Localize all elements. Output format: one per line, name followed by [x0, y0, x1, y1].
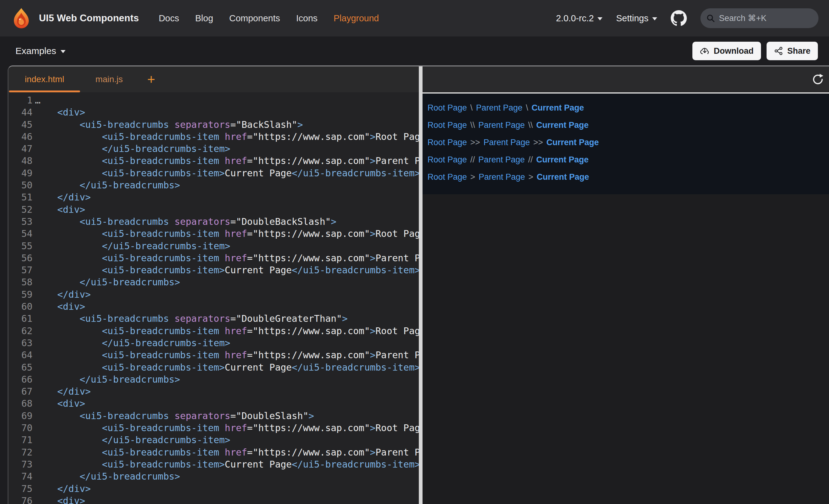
nav-link-components[interactable]: Components: [229, 13, 280, 24]
chevron-down-icon: [652, 17, 657, 21]
share-label: Share: [787, 46, 810, 56]
code-editor-panel: index.html main.js + 1…44 <div>45 <ui5-b…: [8, 66, 419, 504]
add-tab-button[interactable]: +: [141, 66, 161, 92]
tab-index-html[interactable]: index.html: [8, 66, 81, 92]
preview-breadcrumb-rows: Root Page\Parent Page\Current PageRoot P…: [423, 93, 829, 194]
code-line: 73 <ui5-breadcrumbs-item>Current Page</u…: [8, 458, 419, 470]
chevron-down-icon: [61, 50, 66, 53]
version-label: 2.0.0-rc.2: [556, 13, 594, 24]
code-line: 58 </ui5-breadcrumbs>: [8, 276, 419, 288]
code-line: 53 <ui5-breadcrumbs separators="DoubleBa…: [8, 216, 419, 228]
line-number: 49: [8, 167, 32, 179]
breadcrumb-link[interactable]: Parent Page: [483, 138, 530, 147]
code-line: 69 <ui5-breadcrumbs separators="DoubleSl…: [8, 410, 419, 422]
breadcrumb-row: Root Page//Parent Page//Current Page: [428, 151, 829, 168]
breadcrumb-row: Root Page>>Parent Page>>Current Page: [428, 134, 829, 151]
line-number: 50: [8, 179, 32, 191]
breadcrumb-separator: >: [528, 172, 533, 182]
breadcrumb-link[interactable]: Root Page: [428, 120, 467, 130]
line-number: 55: [8, 240, 32, 252]
download-cloud-icon: [700, 46, 710, 56]
breadcrumb-separator: //: [528, 155, 533, 165]
version-dropdown[interactable]: 2.0.0-rc.2: [556, 13, 603, 24]
breadcrumb-link[interactable]: Parent Page: [478, 172, 525, 182]
tab-main-js[interactable]: main.js: [81, 66, 138, 92]
code-line: 45 <ui5-breadcrumbs separators="BackSlas…: [8, 119, 419, 131]
line-number: 76: [8, 495, 32, 504]
tab-label: main.js: [96, 74, 123, 84]
code-line: 64 <ui5-breadcrumbs-item href="https://w…: [8, 349, 419, 361]
line-number: 62: [8, 325, 32, 337]
code-line: 60 <div>: [8, 301, 419, 313]
code-line: 48 <ui5-breadcrumbs-item href="https://w…: [8, 155, 419, 167]
breadcrumb-link[interactable]: Parent Page: [478, 155, 525, 165]
breadcrumb-current: Current Page: [532, 103, 584, 113]
breadcrumb-row: Root Page>Parent Page>Current Page: [428, 168, 829, 186]
search-box[interactable]: [700, 8, 819, 28]
code-line: 49 <ui5-breadcrumbs-item>Current Page</u…: [8, 167, 419, 179]
refresh-icon[interactable]: [812, 73, 824, 85]
nav-link-blog[interactable]: Blog: [195, 13, 213, 24]
breadcrumb-link[interactable]: Root Page: [428, 172, 467, 182]
code-line: 44 <div>: [8, 106, 419, 118]
settings-label: Settings: [616, 13, 648, 24]
nav-link-docs[interactable]: Docs: [158, 13, 179, 24]
line-number: 59: [8, 288, 32, 301]
code-line: 76 <div>: [8, 495, 419, 504]
line-number: 66: [8, 373, 32, 385]
examples-dropdown[interactable]: Examples: [15, 46, 66, 56]
code-line: 62 <ui5-breadcrumbs-item href="https://w…: [8, 325, 419, 337]
breadcrumb-current: Current Page: [536, 120, 589, 130]
line-number: 67: [8, 385, 32, 397]
line-number: 53: [8, 216, 32, 228]
breadcrumb-separator: \: [526, 103, 528, 113]
github-icon[interactable]: [671, 10, 687, 26]
line-number: 60: [8, 301, 32, 313]
breadcrumb-separator: >: [470, 172, 475, 182]
nav-link-icons[interactable]: Icons: [296, 13, 318, 24]
breadcrumb-current: Current Page: [537, 172, 589, 182]
playground-workspace: index.html main.js + 1…44 <div>45 <ui5-b…: [8, 66, 829, 504]
breadcrumb-separator: \\: [528, 120, 533, 130]
breadcrumb-link[interactable]: Parent Page: [476, 103, 522, 113]
breadcrumb-row: Root Page\Parent Page\Current Page: [428, 99, 829, 116]
line-number: 52: [8, 203, 32, 216]
share-icon: [774, 46, 783, 55]
breadcrumb-link[interactable]: Root Page: [428, 103, 467, 113]
line-number: 45: [8, 119, 32, 131]
code-line: 61 <ui5-breadcrumbs separators="DoubleGr…: [8, 313, 419, 324]
code-line: 50 </ui5-breadcrumbs>: [8, 179, 419, 191]
line-number: 54: [8, 228, 32, 240]
code-line: 59 </div>: [8, 288, 419, 301]
share-button[interactable]: Share: [766, 42, 818, 60]
ui5-phoenix-logo[interactable]: [10, 7, 32, 29]
line-number: 69: [8, 410, 32, 422]
top-navbar: UI5 Web Components DocsBlogComponentsIco…: [0, 0, 829, 36]
breadcrumb-link[interactable]: Root Page: [428, 155, 467, 165]
editor-tabbar: index.html main.js +: [8, 66, 419, 92]
preview-body: Root Page\Parent Page\Current PageRoot P…: [423, 93, 829, 504]
nav-links: DocsBlogComponentsIconsPlayground: [158, 13, 379, 24]
code-line: 67 </div>: [8, 385, 419, 397]
code-line: 71 </ui5-breadcrumbs-item>: [8, 434, 419, 446]
examples-toolbar: Examples Download Share: [0, 36, 829, 66]
download-button[interactable]: Download: [692, 42, 761, 60]
code-line: 46 <ui5-breadcrumbs-item href="https://w…: [8, 131, 419, 143]
examples-label: Examples: [15, 46, 56, 56]
nav-link-playground[interactable]: Playground: [333, 13, 379, 24]
settings-dropdown[interactable]: Settings: [616, 13, 657, 24]
panel-resize-handle[interactable]: [419, 66, 423, 504]
line-number: 56: [8, 252, 32, 264]
breadcrumb-link[interactable]: Parent Page: [478, 120, 525, 130]
download-label: Download: [714, 46, 754, 56]
code-lines[interactable]: 1…44 <div>45 <ui5-breadcrumbs separators…: [8, 92, 419, 504]
brand-title[interactable]: UI5 Web Components: [39, 13, 139, 24]
line-number: 61: [8, 313, 32, 324]
line-number: 58: [8, 276, 32, 288]
line-number: 1: [8, 94, 32, 106]
search-input[interactable]: [719, 13, 805, 23]
breadcrumb-link[interactable]: Root Page: [428, 138, 467, 147]
line-number: 64: [8, 349, 32, 361]
breadcrumb-separator: //: [470, 155, 475, 165]
code-line: 68 <div>: [8, 397, 419, 410]
